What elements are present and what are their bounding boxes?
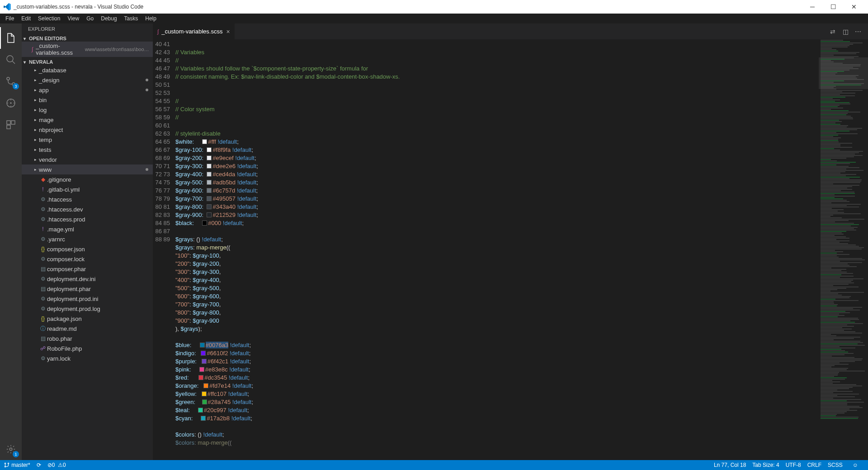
menu-item[interactable]: File	[2, 14, 18, 23]
tree-item-label: composer.phar	[47, 266, 86, 273]
status-bar: master* ⟳ ⊘ 0 ⚠ 0 Ln 77, Col 18 Tab Size…	[0, 460, 868, 470]
folder-item[interactable]: ▸_design	[22, 75, 153, 85]
menu-item[interactable]: Edit	[18, 14, 34, 23]
file-item[interactable]: ▸▤deployment.phar	[22, 284, 153, 294]
file-item[interactable]: ▸!.mage.yml	[22, 224, 153, 234]
more-actions-icon[interactable]: ⋯	[852, 28, 864, 35]
activity-explorer-icon[interactable]	[0, 27, 22, 49]
file-item[interactable]: ▸⚙composer.lock	[22, 254, 153, 264]
tree-item-label: bin	[39, 97, 47, 103]
git-branch-status[interactable]: master*	[4, 462, 30, 468]
svg-point-11	[5, 466, 5, 467]
file-item[interactable]: ▸ⓘreadme.md	[22, 324, 153, 334]
tree-item-label: deployment.prod.ini	[47, 296, 98, 302]
settings-badge: 1	[13, 451, 19, 457]
file-item[interactable]: ▸{}package.json	[22, 314, 153, 324]
tree-item-label: yarn.lock	[47, 355, 71, 362]
tree-item-label: tests	[39, 146, 51, 153]
cursor-position-status[interactable]: Ln 77, Col 18	[714, 462, 746, 468]
file-item[interactable]: ▸{}composer.json	[22, 244, 153, 254]
tree-item-label: .mage.yml	[47, 226, 74, 233]
workspace-header[interactable]: ▾NEVRALA	[22, 59, 153, 65]
git-file-icon: ◆	[39, 176, 47, 183]
file-item[interactable]: ▸⚙.htaccess.dev	[22, 204, 153, 214]
tree-item-label: composer.json	[47, 246, 85, 253]
activity-scm-icon[interactable]: 3	[0, 70, 22, 92]
activity-extensions-icon[interactable]	[0, 114, 22, 136]
folder-item[interactable]: ▸tests	[22, 145, 153, 155]
folder-item[interactable]: ▸www	[22, 164, 153, 174]
file-item[interactable]: ▸⚙.htaccess.prod	[22, 214, 153, 224]
open-editors-header[interactable]: ▾OPEN EDITORS	[22, 35, 153, 42]
tree-item-label: .yarnrc	[47, 236, 65, 243]
window-minimize-button[interactable]: ─	[802, 0, 823, 14]
compare-changes-icon[interactable]: ⇄	[826, 28, 839, 35]
menu-item[interactable]: Selection	[34, 14, 64, 23]
folder-item[interactable]: ▸temp	[22, 135, 153, 145]
explorer-title: EXPLORER	[22, 24, 153, 34]
open-editor-item[interactable]: ∫ _custom-variables.scss www\assets\fron…	[22, 42, 153, 57]
file-item[interactable]: ▸▤composer.phar	[22, 264, 153, 274]
menu-item[interactable]: Debug	[97, 14, 120, 23]
file-item[interactable]: ▸⚙deployment.prod.ini	[22, 294, 153, 304]
file-item[interactable]: ▸⚙deployment.dev.ini	[22, 274, 153, 284]
tab-label: _custom-variables.scss	[161, 28, 222, 35]
folder-item[interactable]: ▸vendor	[22, 155, 153, 164]
set-file-icon: ⚙	[39, 216, 47, 222]
file-item[interactable]: ▸◆.gitignore	[22, 174, 153, 184]
folder-item[interactable]: ▸mage	[22, 115, 153, 125]
tab-size-status[interactable]: Tab Size: 4	[752, 462, 779, 468]
window-close-button[interactable]: ✕	[844, 0, 864, 14]
tree-item-label: .htaccess.dev	[47, 206, 83, 213]
yml-file-icon: !	[39, 186, 47, 193]
folder-item[interactable]: ▸app	[22, 85, 153, 95]
phar-file-icon: ▤	[39, 286, 47, 292]
folder-item[interactable]: ▸nbproject	[22, 125, 153, 135]
menubar: FileEditSelectionViewGoDebugTasksHelp	[0, 14, 868, 24]
tree-item-label: www	[39, 166, 52, 173]
menu-item[interactable]: View	[64, 14, 83, 23]
activity-settings-icon[interactable]: 1	[0, 438, 22, 460]
file-item[interactable]: ▸▤robo.phar	[22, 334, 153, 343]
menu-item[interactable]: Help	[142, 14, 160, 23]
code-editor[interactable]: 40 41 42 43 44 45 46 47 48 49 50 51 52 5…	[153, 39, 868, 460]
tree-item-label: app	[39, 87, 49, 94]
file-item[interactable]: ▸⚙yarn.lock	[22, 353, 153, 363]
encoding-status[interactable]: UTF-8	[786, 462, 801, 468]
eol-status[interactable]: CRLF	[807, 462, 821, 468]
activity-bar: 3 1	[0, 24, 22, 460]
file-item[interactable]: ▸⚙.htaccess	[22, 194, 153, 204]
activity-debug-icon[interactable]	[0, 92, 22, 114]
folder-item[interactable]: ▸log	[22, 105, 153, 115]
svg-point-10	[8, 463, 9, 464]
window-maximize-button[interactable]: ☐	[823, 0, 844, 14]
yml-file-icon: !	[39, 226, 47, 232]
problems-status[interactable]: ⊘ 0 ⚠ 0	[47, 462, 66, 468]
tree-item-label: deployment.phar	[47, 286, 91, 292]
editor-tab[interactable]: ∫ _custom-variables.scss ×	[153, 24, 235, 39]
code-content[interactable]: // Variables // // Variables should foll…	[175, 39, 818, 460]
tree-item-label: .gitignore	[47, 176, 71, 183]
language-status[interactable]: SCSS	[828, 462, 843, 468]
file-item[interactable]: ▸☍RoboFile.php	[22, 343, 153, 353]
folder-item[interactable]: ▸bin	[22, 95, 153, 105]
tree-item-label: temp	[39, 136, 52, 143]
minimap[interactable]	[818, 39, 868, 460]
line-gutter: 40 41 42 43 44 45 46 47 48 49 50 51 52 5…	[153, 39, 175, 460]
file-item[interactable]: ▸⚙.yarnrc	[22, 234, 153, 244]
menu-item[interactable]: Tasks	[121, 14, 142, 23]
svg-rect-7	[7, 125, 10, 129]
menu-item[interactable]: Go	[83, 14, 97, 23]
svg-rect-6	[11, 121, 15, 124]
svg-point-8	[9, 448, 12, 451]
sync-status[interactable]: ⟳	[37, 462, 41, 468]
editor-area: ∫ _custom-variables.scss × ⇄ ◫ ⋯ 40 41 4…	[153, 24, 868, 460]
feedback-icon[interactable]: ☺	[853, 462, 858, 468]
activity-search-icon[interactable]	[0, 49, 22, 70]
folder-item[interactable]: ▸_database	[22, 65, 153, 75]
phar-file-icon: ▤	[39, 335, 47, 342]
file-item[interactable]: ▸⚙deployment.prod.log	[22, 304, 153, 314]
tab-close-icon[interactable]: ×	[226, 28, 230, 35]
file-item[interactable]: ▸!.gitlab-ci.yml	[22, 184, 153, 194]
split-editor-icon[interactable]: ◫	[839, 28, 852, 35]
